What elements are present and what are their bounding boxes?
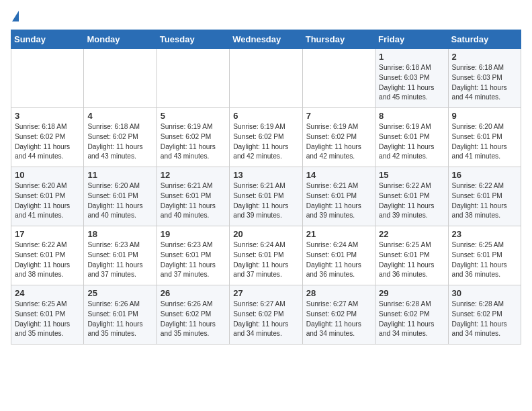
- day-number-13: 13: [233, 170, 298, 180]
- day-number-5: 5: [161, 111, 226, 121]
- day-number-12: 12: [161, 170, 226, 180]
- week-row-3: 10Sunrise: 6:20 AM Sunset: 6:01 PM Dayli…: [11, 167, 521, 226]
- day-cell-4: 4Sunrise: 6:18 AM Sunset: 6:02 PM Daylig…: [84, 108, 157, 167]
- day-cell-16: 16Sunrise: 6:22 AM Sunset: 6:01 PM Dayli…: [448, 167, 521, 226]
- day-cell-26: 26Sunrise: 6:26 AM Sunset: 6:02 PM Dayli…: [157, 285, 229, 345]
- day-cell-3: 3Sunrise: 6:18 AM Sunset: 6:02 PM Daylig…: [11, 108, 84, 167]
- day-number-24: 24: [15, 288, 80, 298]
- day-info-2: Sunrise: 6:18 AM Sunset: 6:03 PM Dayligh…: [452, 63, 517, 103]
- day-number-29: 29: [379, 288, 444, 298]
- day-info-6: Sunrise: 6:19 AM Sunset: 6:02 PM Dayligh…: [233, 122, 298, 162]
- day-number-8: 8: [379, 111, 444, 121]
- day-cell-28: 28Sunrise: 6:27 AM Sunset: 6:02 PM Dayli…: [302, 285, 375, 345]
- day-cell-5: 5Sunrise: 6:19 AM Sunset: 6:02 PM Daylig…: [157, 108, 229, 167]
- day-info-30: Sunrise: 6:28 AM Sunset: 6:02 PM Dayligh…: [452, 300, 517, 339]
- day-info-21: Sunrise: 6:24 AM Sunset: 6:01 PM Dayligh…: [306, 240, 371, 280]
- calendar-table: SundayMondayTuesdayWednesdayThursdayFrid…: [11, 30, 521, 345]
- day-number-7: 7: [306, 111, 371, 121]
- day-cell-6: 6Sunrise: 6:19 AM Sunset: 6:02 PM Daylig…: [230, 108, 302, 167]
- logo: [11, 11, 19, 23]
- day-number-30: 30: [452, 288, 517, 298]
- day-cell-21: 21Sunrise: 6:24 AM Sunset: 6:01 PM Dayli…: [302, 226, 375, 285]
- day-cell-18: 18Sunrise: 6:23 AM Sunset: 6:01 PM Dayli…: [84, 226, 157, 285]
- day-number-2: 2: [452, 52, 517, 62]
- weekday-header-thursday: Thursday: [302, 30, 375, 49]
- day-cell-27: 27Sunrise: 6:27 AM Sunset: 6:02 PM Dayli…: [230, 285, 302, 345]
- empty-cell: [84, 49, 157, 108]
- weekday-header-wednesday: Wednesday: [230, 30, 302, 49]
- day-info-13: Sunrise: 6:21 AM Sunset: 6:01 PM Dayligh…: [233, 181, 298, 221]
- logo-triangle-icon: [12, 11, 19, 21]
- weekday-header-friday: Friday: [375, 30, 448, 49]
- day-info-20: Sunrise: 6:24 AM Sunset: 6:01 PM Dayligh…: [233, 240, 298, 280]
- day-number-3: 3: [15, 111, 80, 121]
- empty-cell: [11, 49, 84, 108]
- day-cell-1: 1Sunrise: 6:18 AM Sunset: 6:03 PM Daylig…: [375, 49, 448, 108]
- day-info-22: Sunrise: 6:25 AM Sunset: 6:01 PM Dayligh…: [379, 240, 444, 280]
- day-number-16: 16: [452, 170, 517, 180]
- day-info-1: Sunrise: 6:18 AM Sunset: 6:03 PM Dayligh…: [379, 63, 444, 103]
- day-number-14: 14: [306, 170, 371, 180]
- day-cell-29: 29Sunrise: 6:28 AM Sunset: 6:02 PM Dayli…: [375, 285, 448, 345]
- day-info-24: Sunrise: 6:25 AM Sunset: 6:01 PM Dayligh…: [15, 300, 80, 339]
- day-cell-2: 2Sunrise: 6:18 AM Sunset: 6:03 PM Daylig…: [448, 49, 521, 108]
- week-row-2: 3Sunrise: 6:18 AM Sunset: 6:02 PM Daylig…: [11, 108, 521, 167]
- day-cell-14: 14Sunrise: 6:21 AM Sunset: 6:01 PM Dayli…: [302, 167, 375, 226]
- weekday-header-tuesday: Tuesday: [157, 30, 229, 49]
- day-info-28: Sunrise: 6:27 AM Sunset: 6:02 PM Dayligh…: [306, 300, 371, 339]
- day-info-18: Sunrise: 6:23 AM Sunset: 6:01 PM Dayligh…: [87, 240, 152, 280]
- day-info-16: Sunrise: 6:22 AM Sunset: 6:01 PM Dayligh…: [452, 181, 517, 221]
- day-info-25: Sunrise: 6:26 AM Sunset: 6:01 PM Dayligh…: [87, 300, 152, 339]
- day-cell-11: 11Sunrise: 6:20 AM Sunset: 6:01 PM Dayli…: [84, 167, 157, 226]
- day-cell-30: 30Sunrise: 6:28 AM Sunset: 6:02 PM Dayli…: [448, 285, 521, 345]
- day-number-4: 4: [87, 111, 152, 121]
- day-number-11: 11: [87, 170, 152, 180]
- day-info-8: Sunrise: 6:19 AM Sunset: 6:01 PM Dayligh…: [379, 122, 444, 162]
- day-cell-15: 15Sunrise: 6:22 AM Sunset: 6:01 PM Dayli…: [375, 167, 448, 226]
- calendar-page: SundayMondayTuesdayWednesdayThursdayFrid…: [0, 0, 532, 355]
- empty-cell: [230, 49, 302, 108]
- day-number-18: 18: [87, 229, 152, 239]
- day-info-5: Sunrise: 6:19 AM Sunset: 6:02 PM Dayligh…: [161, 122, 226, 162]
- day-number-22: 22: [379, 229, 444, 239]
- weekday-header-sunday: Sunday: [11, 30, 84, 49]
- day-cell-9: 9Sunrise: 6:20 AM Sunset: 6:01 PM Daylig…: [448, 108, 521, 167]
- day-info-14: Sunrise: 6:21 AM Sunset: 6:01 PM Dayligh…: [306, 181, 371, 221]
- day-number-23: 23: [452, 229, 517, 239]
- day-info-7: Sunrise: 6:19 AM Sunset: 6:02 PM Dayligh…: [306, 122, 371, 162]
- empty-cell: [157, 49, 229, 108]
- day-number-9: 9: [452, 111, 517, 121]
- day-cell-7: 7Sunrise: 6:19 AM Sunset: 6:02 PM Daylig…: [302, 108, 375, 167]
- day-info-3: Sunrise: 6:18 AM Sunset: 6:02 PM Dayligh…: [15, 122, 80, 162]
- day-number-15: 15: [379, 170, 444, 180]
- day-number-27: 27: [233, 288, 298, 298]
- day-number-21: 21: [306, 229, 371, 239]
- day-cell-12: 12Sunrise: 6:21 AM Sunset: 6:01 PM Dayli…: [157, 167, 229, 226]
- day-cell-10: 10Sunrise: 6:20 AM Sunset: 6:01 PM Dayli…: [11, 167, 84, 226]
- day-info-15: Sunrise: 6:22 AM Sunset: 6:01 PM Dayligh…: [379, 181, 444, 221]
- weekday-header-monday: Monday: [84, 30, 157, 49]
- day-cell-17: 17Sunrise: 6:22 AM Sunset: 6:01 PM Dayli…: [11, 226, 84, 285]
- day-cell-22: 22Sunrise: 6:25 AM Sunset: 6:01 PM Dayli…: [375, 226, 448, 285]
- day-info-23: Sunrise: 6:25 AM Sunset: 6:01 PM Dayligh…: [452, 240, 517, 280]
- weekday-header-row: SundayMondayTuesdayWednesdayThursdayFrid…: [11, 30, 521, 49]
- day-info-29: Sunrise: 6:28 AM Sunset: 6:02 PM Dayligh…: [379, 300, 444, 339]
- day-info-11: Sunrise: 6:20 AM Sunset: 6:01 PM Dayligh…: [87, 181, 152, 221]
- day-number-10: 10: [15, 170, 80, 180]
- header: [11, 11, 521, 23]
- day-cell-25: 25Sunrise: 6:26 AM Sunset: 6:01 PM Dayli…: [84, 285, 157, 345]
- day-number-25: 25: [87, 288, 152, 298]
- day-number-6: 6: [233, 111, 298, 121]
- day-number-28: 28: [306, 288, 371, 298]
- empty-cell: [302, 49, 375, 108]
- day-info-10: Sunrise: 6:20 AM Sunset: 6:01 PM Dayligh…: [15, 181, 80, 221]
- day-info-26: Sunrise: 6:26 AM Sunset: 6:02 PM Dayligh…: [161, 300, 226, 339]
- week-row-4: 17Sunrise: 6:22 AM Sunset: 6:01 PM Dayli…: [11, 226, 521, 285]
- day-cell-19: 19Sunrise: 6:23 AM Sunset: 6:01 PM Dayli…: [157, 226, 229, 285]
- day-number-17: 17: [15, 229, 80, 239]
- day-number-20: 20: [233, 229, 298, 239]
- weekday-header-saturday: Saturday: [448, 30, 521, 49]
- day-info-19: Sunrise: 6:23 AM Sunset: 6:01 PM Dayligh…: [161, 240, 226, 280]
- day-cell-23: 23Sunrise: 6:25 AM Sunset: 6:01 PM Dayli…: [448, 226, 521, 285]
- day-info-9: Sunrise: 6:20 AM Sunset: 6:01 PM Dayligh…: [452, 122, 517, 162]
